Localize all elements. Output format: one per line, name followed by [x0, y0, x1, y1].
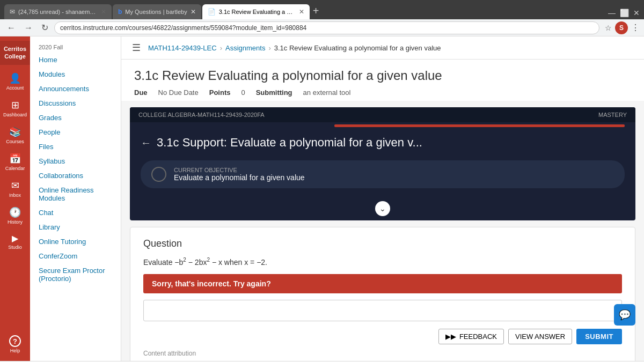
sidebar-link-home[interactable]: Home	[30, 53, 121, 67]
sidebar-link-people[interactable]: People	[30, 125, 121, 139]
sidebar-icon-courses[interactable]: 📚 Courses	[0, 123, 30, 147]
view-answer-button[interactable]: VIEW ANSWER	[508, 329, 572, 344]
sidebar-link-announcements[interactable]: Announcements	[30, 82, 121, 96]
tab-canvas-icon: 📄	[208, 8, 216, 16]
sidebar-link-secure-exam[interactable]: Secure Exam Proctor (Proctorio)	[30, 263, 121, 286]
add-tab-button[interactable]: +	[313, 5, 319, 19]
question-area: Question Evaluate −b2 − 2bx2 − x when x …	[130, 227, 635, 361]
feedback-icon: ▶▶	[445, 333, 456, 341]
page-header: 3.1c Review Evaluating a polynomial for …	[121, 60, 644, 101]
submit-button[interactable]: SUBMIT	[576, 329, 622, 344]
tab-bartleby-icon: b	[118, 8, 122, 16]
sidebar-icon-inbox[interactable]: ✉ Inbox	[0, 176, 30, 201]
due-label: Due	[134, 88, 148, 97]
sidebar-year: 2020 Fall	[30, 41, 121, 53]
due-value: No Due Date	[158, 88, 199, 97]
sidebar-link-online-tutoring[interactable]: Online Tutoring	[30, 234, 121, 249]
studio-icon: ▶	[12, 233, 18, 243]
help-icon: ?	[9, 335, 21, 347]
tab-bartleby[interactable]: b My Questions | bartleby ✕	[113, 4, 201, 19]
chevron-down-button[interactable]: ⌄	[375, 201, 390, 216]
submitting-label: Submitting	[256, 88, 292, 97]
address-bar-row: ← → ↻ cerritos.instructure.com/courses/4…	[0, 19, 644, 36]
address-bar[interactable]: cerritos.instructure.com/courses/46822/a…	[54, 21, 599, 34]
calendar-label: Calendar	[5, 166, 25, 171]
sidebar-link-grades[interactable]: Grades	[30, 110, 121, 125]
mastery-progress-bar	[334, 124, 625, 127]
window-minimize[interactable]: —	[608, 9, 616, 17]
tab-canvas-close[interactable]: ✕	[299, 8, 304, 16]
address-bar-url: cerritos.instructure.com/courses/46822/a…	[60, 24, 306, 32]
menu-toggle-icon[interactable]: ☰	[132, 42, 141, 54]
logo-text: Cerritos College	[4, 45, 26, 61]
question-text: Evaluate −b2 − 2bx2 − x when x = −2.	[143, 257, 622, 267]
history-icon: 🕐	[9, 206, 21, 218]
objective-label: CURRENT OBJECTIVE	[174, 167, 305, 173]
tab-canvas[interactable]: 📄 3.1c Review Evaluating a polyno... ✕	[202, 4, 310, 19]
sidebar-link-collaborations[interactable]: Collaborations	[30, 168, 121, 183]
tab-mail[interactable]: ✉ (24,785 unread) - shanaemoniq... ✕	[4, 4, 112, 19]
page-title: 3.1c Review Evaluating a polynomial for …	[134, 68, 631, 83]
sidebar-icon-dashboard[interactable]: ⊞ Dashboard	[0, 96, 30, 121]
sidebar-icon-calendar[interactable]: 📅 Calendar	[0, 150, 30, 174]
points-label: Points	[209, 88, 231, 97]
sidebar-link-conferzoom[interactable]: ConferZoom	[30, 249, 121, 263]
sidebar-icon-account[interactable]: 👤 Account	[0, 69, 30, 94]
back-button[interactable]: ←	[4, 22, 18, 34]
meta-row: Due No Due Date Points 0 Submitting an e…	[134, 88, 631, 97]
breadcrumb-sep2: ›	[268, 44, 270, 52]
sidebar-icon-help[interactable]: ? Help	[0, 332, 30, 357]
sidebar-icon-studio[interactable]: ▶ Studio	[0, 230, 30, 253]
tab-bartleby-close[interactable]: ✕	[191, 8, 196, 16]
banner-back-arrow-icon[interactable]: ←	[141, 137, 151, 149]
browser-tabs-bar: ✉ (24,785 unread) - shanaemoniq... ✕ b M…	[0, 0, 644, 19]
course-banner: COLLEGE ALGEBRA-MATH114-29439-2020FA MAS…	[130, 107, 635, 220]
sidebar-link-files[interactable]: Files	[30, 139, 121, 154]
calendar-icon: 📅	[9, 153, 21, 165]
submitting-value: an external tool	[303, 88, 351, 97]
breadcrumb-current: 3.1c Review Evaluating a polynomial for …	[274, 44, 441, 52]
text-sidebar: 2020 Fall Home Modules Announcements Dis…	[30, 36, 121, 361]
dashboard-label: Dashboard	[3, 112, 27, 117]
window-restore[interactable]: ⬜	[620, 9, 629, 17]
chat-bubble[interactable]: 💬	[614, 304, 635, 326]
bookmark-star-icon[interactable]: ☆	[605, 24, 612, 32]
reload-button[interactable]: ↻	[39, 21, 51, 34]
window-close[interactable]: ✕	[633, 9, 640, 17]
breadcrumb-course[interactable]: MATH114-29439-LEC	[148, 44, 217, 52]
sidebar-link-modules[interactable]: Modules	[30, 67, 121, 82]
objective-value: Evaluate a polynomial for a given value	[174, 173, 305, 182]
banner-title: ← 3.1c Support: Evaluate a polynomial fo…	[130, 127, 635, 154]
studio-label: Studio	[8, 245, 22, 250]
sidebar-link-discussions[interactable]: Discussions	[30, 96, 121, 110]
tab-mail-label: (24,785 unread) - shanaemoniq...	[18, 9, 98, 15]
content-attribution: Content attribution	[143, 350, 622, 357]
tab-mail-close[interactable]: ✕	[101, 8, 106, 16]
forward-button[interactable]: →	[21, 22, 35, 34]
banner-course-name: COLLEGE ALGEBRA-MATH114-29439-2020FA	[138, 112, 265, 118]
sidebar-link-chat[interactable]: Chat	[30, 205, 121, 220]
sidebar-link-online-readiness[interactable]: Online Readiness Modules	[30, 183, 121, 205]
breadcrumb-bar: ☰ MATH114-29439-LEC › Assignments › 3.1c…	[121, 36, 644, 60]
feedback-button[interactable]: ▶▶ FEEDBACK	[438, 329, 504, 344]
sidebar-link-syllabus[interactable]: Syllabus	[30, 154, 121, 168]
account-label: Account	[6, 85, 24, 91]
inbox-icon: ✉	[11, 180, 19, 191]
logo-item[interactable]: Cerritos College	[0, 41, 30, 65]
tab-mail-icon: ✉	[10, 8, 15, 16]
courses-label: Courses	[6, 139, 24, 144]
banner-header: COLLEGE ALGEBRA-MATH114-29439-2020FA MAS…	[130, 107, 635, 122]
objective-content: CURRENT OBJECTIVE Evaluate a polynomial …	[174, 167, 305, 182]
user-avatar-btn[interactable]: S	[615, 21, 628, 34]
chat-icon: 💬	[619, 309, 631, 321]
breadcrumb-section[interactable]: Assignments	[225, 44, 265, 52]
main-content: ☰ MATH114-29439-LEC › Assignments › 3.1c…	[121, 36, 644, 361]
objective-box: CURRENT OBJECTIVE Evaluate a polynomial …	[141, 160, 625, 188]
sidebar-link-library[interactable]: Library	[30, 220, 121, 234]
answer-input[interactable]	[143, 300, 622, 321]
breadcrumb-sep1: ›	[220, 44, 222, 52]
sidebar-icon-history[interactable]: 🕐 History	[0, 203, 30, 228]
settings-icon[interactable]: ⋮	[631, 23, 640, 33]
objective-circle-icon	[151, 167, 166, 182]
error-banner: Sorry, that's incorrect. Try again?	[143, 274, 622, 293]
